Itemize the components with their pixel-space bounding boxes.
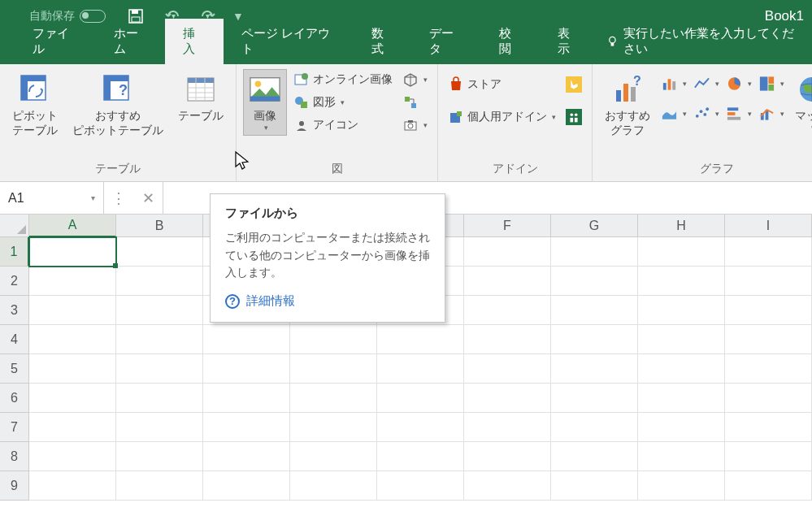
row-header[interactable]: 7 <box>0 413 29 442</box>
cell[interactable] <box>116 296 203 325</box>
cell[interactable] <box>464 471 551 501</box>
column-header[interactable]: G <box>551 215 638 237</box>
cell[interactable] <box>290 442 377 471</box>
cell[interactable] <box>464 325 551 354</box>
tab-view[interactable]: 表示 <box>540 19 598 64</box>
recommended-charts-button[interactable]: ? おすすめ グラフ <box>599 69 656 141</box>
pivot-table-button[interactable]: ピボット テーブル <box>7 69 63 141</box>
cell[interactable] <box>29 384 116 413</box>
cell[interactable] <box>29 413 116 442</box>
table-button[interactable]: テーブル <box>172 69 229 128</box>
cell[interactable] <box>638 237 725 267</box>
cell[interactable] <box>464 237 551 267</box>
bing-maps-button[interactable] <box>562 74 585 95</box>
cell[interactable] <box>638 267 725 296</box>
pie-chart-button[interactable]: ▾ <box>724 69 753 98</box>
row-header[interactable]: 6 <box>0 384 29 413</box>
treemap-button[interactable]: ▾ <box>757 69 786 98</box>
cell[interactable] <box>725 384 812 413</box>
cell[interactable] <box>377 442 464 471</box>
cell[interactable] <box>551 325 638 354</box>
cell[interactable] <box>116 413 203 442</box>
cell[interactable] <box>377 325 464 354</box>
line-chart-button[interactable]: ▾ <box>692 69 721 98</box>
cell[interactable] <box>638 471 725 501</box>
smartart-button[interactable] <box>399 92 431 113</box>
row-header[interactable]: 4 <box>0 325 29 354</box>
cell[interactable] <box>638 325 725 354</box>
cell[interactable] <box>290 325 377 354</box>
cell[interactable] <box>551 267 638 296</box>
select-all-corner[interactable] <box>0 215 29 237</box>
column-header[interactable]: B <box>116 215 203 237</box>
picture-button[interactable]: 画像 ▾ <box>243 69 287 136</box>
3d-models-button[interactable]: ▾ <box>399 69 431 90</box>
cell[interactable] <box>203 442 290 471</box>
cell[interactable] <box>725 442 812 471</box>
cell[interactable] <box>116 267 203 296</box>
cell[interactable] <box>725 325 812 354</box>
cell[interactable] <box>551 384 638 413</box>
row-header[interactable]: 3 <box>0 296 29 325</box>
formula-more-button[interactable]: ⋮ <box>104 182 133 214</box>
cell[interactable] <box>116 354 203 384</box>
cancel-formula-button[interactable]: ✕ <box>133 182 163 214</box>
cell[interactable] <box>638 296 725 325</box>
cell[interactable] <box>551 471 638 501</box>
cell[interactable] <box>725 267 812 296</box>
cell[interactable] <box>377 413 464 442</box>
cell[interactable] <box>551 442 638 471</box>
cell[interactable] <box>29 296 116 325</box>
cell[interactable] <box>116 471 203 501</box>
cell[interactable] <box>464 442 551 471</box>
cell[interactable] <box>464 413 551 442</box>
cell[interactable] <box>290 384 377 413</box>
store-button[interactable]: ストア <box>445 74 559 95</box>
cell[interactable] <box>464 296 551 325</box>
icons-button[interactable]: アイコン <box>290 115 396 136</box>
cell[interactable] <box>29 237 116 267</box>
cell[interactable] <box>551 296 638 325</box>
column-header[interactable]: F <box>464 215 551 237</box>
cell[interactable] <box>116 442 203 471</box>
tab-formulas[interactable]: 数式 <box>354 19 412 64</box>
people-graph-button[interactable] <box>562 106 585 128</box>
cell[interactable] <box>377 354 464 384</box>
cell[interactable] <box>377 471 464 501</box>
row-header[interactable]: 2 <box>0 267 29 296</box>
cell[interactable] <box>725 237 812 267</box>
cell[interactable] <box>551 354 638 384</box>
cell[interactable] <box>290 354 377 384</box>
cell[interactable] <box>638 413 725 442</box>
cell[interactable] <box>29 267 116 296</box>
cell[interactable] <box>464 354 551 384</box>
my-addins-button[interactable]: 個人用アドイン ▾ <box>445 106 559 128</box>
cell[interactable] <box>725 296 812 325</box>
tab-review[interactable]: 校閲 <box>481 19 540 64</box>
tab-page-layout[interactable]: ページ レイアウト <box>224 19 353 64</box>
cell[interactable] <box>551 237 638 267</box>
tab-data[interactable]: データ <box>411 19 481 64</box>
column-header[interactable]: A <box>29 215 116 237</box>
cell[interactable] <box>203 413 290 442</box>
column-chart-button[interactable]: ▾ <box>659 69 688 98</box>
cell[interactable] <box>203 384 290 413</box>
column-header[interactable]: H <box>638 215 725 237</box>
hierarchy-chart-button[interactable]: ▾ <box>659 99 688 128</box>
tab-home[interactable]: ホーム <box>96 19 166 64</box>
row-header[interactable]: 8 <box>0 442 29 471</box>
cell[interactable] <box>203 354 290 384</box>
row-header[interactable]: 1 <box>0 237 29 267</box>
recommended-pivot-button[interactable]: ? おすすめ ピボットテーブル <box>67 69 169 141</box>
map-button[interactable]: マップ ▾ <box>789 69 812 136</box>
cell[interactable] <box>725 471 812 501</box>
tab-file[interactable]: ファイル <box>15 19 96 64</box>
tell-me-search[interactable]: 実行したい作業を入力してください <box>598 19 812 64</box>
shapes-button[interactable]: 図形 ▾ <box>290 92 396 113</box>
bar-chart-button[interactable]: ▾ <box>724 99 753 128</box>
tooltip-more-link[interactable]: ? 詳細情報 <box>225 293 430 309</box>
cell[interactable] <box>29 325 116 354</box>
cell[interactable] <box>638 354 725 384</box>
cell[interactable] <box>464 384 551 413</box>
cell[interactable] <box>29 471 116 501</box>
